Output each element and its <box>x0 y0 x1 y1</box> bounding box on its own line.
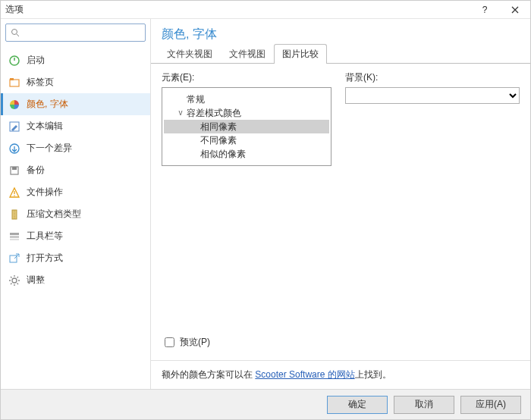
sidebar-item-toolbars[interactable]: 工具栏等 <box>1 225 150 247</box>
sidebar-item-label: 备份 <box>27 164 45 177</box>
tree-item-label: 不同像素 <box>200 134 237 146</box>
sidebar-item-fileop[interactable]: 文件操作 <box>1 181 150 203</box>
svg-rect-8 <box>12 167 17 170</box>
nav-list: 启动标签页颜色, 字体文本编辑下一个差异备份文件操作压缩文档类型工具栏等打开方式… <box>1 46 150 389</box>
panel-title: 颜色, 字体 <box>151 19 530 44</box>
sidebar-item-tabs[interactable]: 标签页 <box>1 71 150 93</box>
fileop-icon <box>8 186 20 199</box>
tab-0[interactable]: 文件夹视图 <box>159 44 221 64</box>
main-panel: 颜色, 字体 文件夹视图文件视图图片比较 元素(E): 常规v容差模式颜色相同像… <box>151 19 530 389</box>
startup-icon <box>8 55 20 67</box>
sidebar-item-textedit[interactable]: 文本编辑 <box>1 115 150 137</box>
svg-rect-14 <box>10 255 17 262</box>
close-button[interactable] <box>500 1 530 19</box>
tree-item-label: 容差模式颜色 <box>187 107 241 119</box>
tab-content: 元素(E): 常规v容差模式颜色相同像素不同像素相似的像素 背景(K): 预览(… <box>151 64 530 360</box>
svg-rect-11 <box>10 233 19 235</box>
tree-item[interactable]: 常规 <box>164 92 329 106</box>
tab-2[interactable]: 图片比较 <box>274 44 327 64</box>
close-icon <box>511 6 519 14</box>
svg-rect-12 <box>10 236 19 238</box>
footer-link[interactable]: Scooter Software 的网站 <box>255 369 354 380</box>
search-input[interactable] <box>23 27 140 39</box>
openwith-icon <box>8 252 20 265</box>
svg-rect-3 <box>10 78 14 80</box>
tree-item-label: 常规 <box>187 93 205 105</box>
sidebar-item-label: 下一个差异 <box>27 142 72 155</box>
sidebar-item-tweaks[interactable]: 调整 <box>1 269 150 291</box>
sidebar-item-startup[interactable]: 启动 <box>1 49 150 71</box>
colors-icon <box>8 99 20 111</box>
sidebar-item-colors[interactable]: 颜色, 字体 <box>1 93 150 115</box>
sidebar-item-label: 文件操作 <box>27 186 63 199</box>
sidebar-item-label: 压缩文档类型 <box>27 208 81 221</box>
sidebar-item-label: 颜色, 字体 <box>27 98 68 111</box>
sidebar-item-label: 启动 <box>27 54 45 67</box>
tweaks-icon <box>8 274 20 287</box>
svg-rect-13 <box>10 239 19 240</box>
titlebar: 选项 ? <box>1 1 530 19</box>
button-bar: 确定 取消 应用(A) <box>1 389 530 419</box>
svg-point-0 <box>12 30 17 35</box>
window-title: 选项 <box>1 3 470 16</box>
preview-checkbox[interactable]: 预览(P) <box>162 335 520 349</box>
archive-icon <box>8 208 20 221</box>
footer-info: 额外的颜色方案可以在 Scooter Software 的网站上找到。 <box>151 360 530 389</box>
nextdiff-icon <box>8 143 20 155</box>
sidebar-item-label: 标签页 <box>27 76 54 89</box>
sidebar-item-archive[interactable]: 压缩文档类型 <box>1 203 150 225</box>
help-button[interactable]: ? <box>470 1 500 19</box>
search-box[interactable] <box>5 24 146 42</box>
apply-button[interactable]: 应用(A) <box>460 396 521 414</box>
tree-item[interactable]: 相同像素 <box>164 120 329 133</box>
tree-toggle-icon: v <box>176 107 185 119</box>
svg-point-15 <box>12 278 17 283</box>
tree-item-label: 相同像素 <box>200 121 237 133</box>
cancel-button[interactable]: 取消 <box>394 396 454 414</box>
svg-point-9 <box>14 195 15 196</box>
sidebar-item-label: 打开方式 <box>27 252 63 265</box>
background-select[interactable] <box>345 87 520 104</box>
backup-icon <box>8 165 20 177</box>
element-label: 元素(E): <box>162 71 331 84</box>
sidebar-item-label: 工具栏等 <box>27 230 63 243</box>
sidebar-item-openwith[interactable]: 打开方式 <box>1 247 150 269</box>
tabs-icon <box>8 77 20 89</box>
background-label: 背景(K): <box>345 71 520 84</box>
textedit-icon <box>8 121 20 133</box>
tree-item-label: 相似的像素 <box>200 148 246 160</box>
tabs: 文件夹视图文件视图图片比较 <box>151 44 530 64</box>
sidebar: 启动标签页颜色, 字体文本编辑下一个差异备份文件操作压缩文档类型工具栏等打开方式… <box>1 19 151 389</box>
tree-item[interactable]: v容差模式颜色 <box>164 106 329 120</box>
svg-rect-2 <box>10 80 19 86</box>
sidebar-item-nextdiff[interactable]: 下一个差异 <box>1 137 150 159</box>
ok-button[interactable]: 确定 <box>327 396 388 414</box>
preview-checkbox-input[interactable] <box>165 337 174 347</box>
tab-1[interactable]: 文件视图 <box>221 44 274 64</box>
preview-label: 预览(P) <box>180 336 210 349</box>
element-tree[interactable]: 常规v容差模式颜色相同像素不同像素相似的像素 <box>162 87 331 166</box>
footer-suffix: 上找到。 <box>355 369 391 380</box>
search-icon <box>11 28 20 37</box>
sidebar-item-backup[interactable]: 备份 <box>1 159 150 181</box>
options-window: 选项 ? 启动标签页颜色, 字体文本编辑下一个差异备份文件操作压缩文档类型工具栏… <box>0 0 531 420</box>
sidebar-item-label: 调整 <box>27 274 45 287</box>
footer-prefix: 额外的颜色方案可以在 <box>162 369 255 380</box>
toolbars-icon <box>8 230 20 243</box>
tree-item[interactable]: 相似的像素 <box>164 147 329 161</box>
sidebar-item-label: 文本编辑 <box>27 120 63 133</box>
tree-item[interactable]: 不同像素 <box>164 133 329 147</box>
